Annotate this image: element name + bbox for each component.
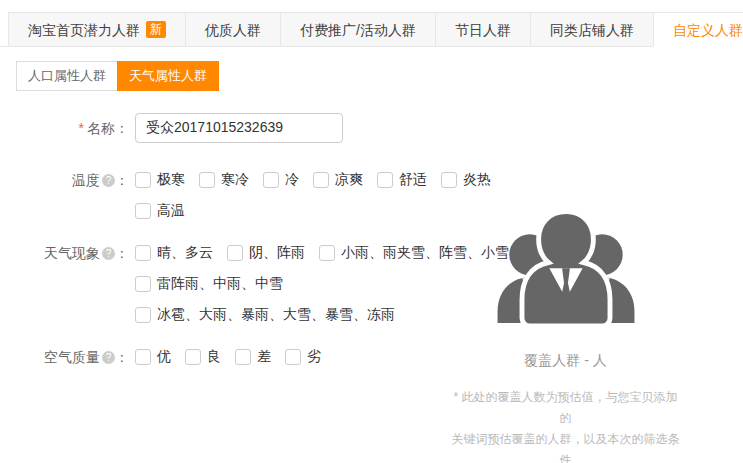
checkbox[interactable] bbox=[135, 307, 151, 323]
tab-label: 同类店铺人群 bbox=[550, 13, 634, 47]
tab-custom-audience[interactable]: 自定义人群 bbox=[653, 12, 743, 47]
temperature-line-1: 极寒 寒冷 冷 凉爽 舒适 炎热 bbox=[135, 169, 505, 191]
air-quality-line-1: 优 良 差 劣 bbox=[135, 346, 335, 368]
tab-quality-audience[interactable]: 优质人群 bbox=[185, 12, 281, 47]
checkbox[interactable] bbox=[227, 245, 243, 261]
checkbox-option[interactable]: 舒适 bbox=[377, 171, 427, 189]
tab-similar-shop-audience[interactable]: 同类店铺人群 bbox=[530, 12, 654, 47]
tab-label: 淘宝首页潜力人群 bbox=[28, 13, 140, 47]
tab-festival-audience[interactable]: 节日人群 bbox=[435, 12, 531, 47]
checkbox-option[interactable]: 极寒 bbox=[135, 171, 185, 189]
checkbox[interactable] bbox=[441, 172, 457, 188]
checkbox-option[interactable]: 阴、阵雨 bbox=[227, 244, 305, 262]
checkbox-option[interactable]: 冷 bbox=[263, 171, 299, 189]
checkbox-option[interactable]: 雷阵雨、中雨、中雪 bbox=[135, 275, 283, 293]
name-label: *名称： bbox=[0, 113, 135, 143]
checkbox-option[interactable]: 劣 bbox=[285, 348, 321, 366]
checkbox-option[interactable]: 凉爽 bbox=[313, 171, 363, 189]
coverage-note-line: * 此处的覆盖人数为预估值，与您宝贝添加的 bbox=[448, 387, 683, 429]
audience-name-input[interactable] bbox=[135, 113, 343, 143]
sub-tab-bar: 人口属性人群 天气属性人群 bbox=[16, 61, 743, 91]
coverage-count-label: 覆盖人群 - 人 bbox=[448, 352, 683, 370]
checkbox-option[interactable]: 冰雹、大雨、暴雨、大雪、暴雪、冻雨 bbox=[135, 306, 395, 324]
checkbox[interactable] bbox=[235, 349, 251, 365]
checkbox-option[interactable]: 差 bbox=[235, 348, 271, 366]
top-tab-bar: 淘宝首页潜力人群 新 优质人群 付费推广/活动人群 节日人群 同类店铺人群 自定… bbox=[0, 12, 743, 47]
checkbox-option[interactable]: 寒冷 bbox=[199, 171, 249, 189]
weather-phenomena-label: 天气现象?： bbox=[0, 242, 135, 326]
checkbox[interactable] bbox=[263, 172, 279, 188]
checkbox[interactable] bbox=[135, 349, 151, 365]
checkbox[interactable] bbox=[377, 172, 393, 188]
checkbox[interactable] bbox=[285, 349, 301, 365]
subtab-weather-audience[interactable]: 天气属性人群 bbox=[117, 61, 219, 91]
tab-label: 节日人群 bbox=[455, 13, 511, 47]
name-row: *名称： bbox=[0, 113, 743, 143]
required-mark: * bbox=[79, 120, 84, 136]
subtab-demographic-audience[interactable]: 人口属性人群 bbox=[16, 61, 118, 91]
coverage-panel: 覆盖人群 - 人 * 此处的覆盖人数为预估值，与您宝贝添加的 关键词预估覆盖的人… bbox=[448, 196, 683, 463]
checkbox[interactable] bbox=[135, 276, 151, 292]
help-icon[interactable]: ? bbox=[102, 247, 115, 260]
new-badge: 新 bbox=[146, 21, 166, 38]
checkbox[interactable] bbox=[135, 245, 151, 261]
checkbox-option[interactable]: 炎热 bbox=[441, 171, 491, 189]
checkbox-option[interactable]: 晴、多云 bbox=[135, 244, 213, 262]
tab-label: 付费推广/活动人群 bbox=[300, 13, 416, 47]
temperature-label: 温度?： bbox=[0, 169, 135, 222]
checkbox[interactable] bbox=[135, 203, 151, 219]
tab-label: 自定义人群 bbox=[673, 13, 743, 47]
checkbox[interactable] bbox=[319, 245, 335, 261]
checkbox[interactable] bbox=[135, 172, 151, 188]
checkbox-option[interactable]: 高温 bbox=[135, 202, 185, 220]
checkbox-option[interactable]: 良 bbox=[185, 348, 221, 366]
help-icon[interactable]: ? bbox=[102, 174, 115, 187]
help-icon[interactable]: ? bbox=[102, 351, 115, 364]
air-quality-label: 空气质量?： bbox=[0, 346, 135, 368]
coverage-note: * 此处的覆盖人数为预估值，与您宝贝添加的 关键词预估覆盖的人群，以及本次的筛选… bbox=[448, 387, 683, 463]
checkbox[interactable] bbox=[199, 172, 215, 188]
coverage-note-line: 关键词预估覆盖的人群，以及本次的筛选条件 bbox=[448, 429, 683, 463]
checkbox[interactable] bbox=[313, 172, 329, 188]
people-group-icon bbox=[491, 196, 641, 328]
tab-taobao-homepage-potential[interactable]: 淘宝首页潜力人群 新 bbox=[8, 12, 186, 47]
tab-paid-promo-activity[interactable]: 付费推广/活动人群 bbox=[280, 12, 436, 47]
checkbox[interactable] bbox=[185, 349, 201, 365]
tab-label: 优质人群 bbox=[205, 13, 261, 47]
checkbox-option[interactable]: 优 bbox=[135, 348, 171, 366]
